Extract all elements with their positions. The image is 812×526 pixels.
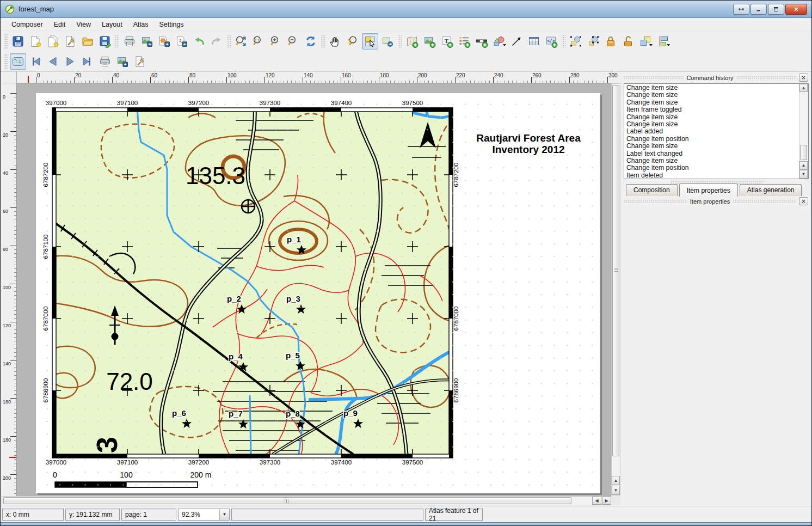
atlas-toolbar bbox=[1, 51, 811, 72]
print-atlas-button[interactable] bbox=[97, 53, 113, 70]
add-image-button[interactable] bbox=[421, 33, 438, 50]
group-items-button[interactable] bbox=[568, 33, 584, 50]
zoom-tool-button[interactable] bbox=[345, 33, 361, 50]
previous-feature-button[interactable] bbox=[45, 53, 61, 70]
titlebar[interactable]: forest_map bbox=[1, 1, 811, 18]
history-item[interactable]: Label added bbox=[625, 128, 798, 135]
load-from-template-button[interactable] bbox=[79, 33, 96, 50]
export-as-pdf-button[interactable] bbox=[174, 33, 190, 50]
history-item[interactable]: Change item position bbox=[625, 136, 798, 143]
add-scalebar-button[interactable] bbox=[473, 33, 490, 50]
last-feature-button[interactable] bbox=[79, 53, 96, 70]
toolbar-grip bbox=[4, 34, 8, 48]
zoom-level-combo[interactable]: 92.3% ▼ bbox=[178, 509, 230, 521]
add-label-button[interactable]: T bbox=[439, 33, 455, 50]
scroll-right-button[interactable]: ▶ bbox=[602, 497, 611, 505]
composition-manager-button[interactable] bbox=[62, 33, 78, 50]
tab-composition[interactable]: Composition bbox=[626, 184, 678, 196]
history-item[interactable]: Change item size bbox=[625, 157, 798, 164]
print-button[interactable] bbox=[121, 33, 138, 50]
lock-items-button[interactable] bbox=[602, 33, 619, 50]
toolbar-separator bbox=[562, 34, 565, 48]
grid-coordinate-label: 6787200 bbox=[42, 163, 49, 187]
redo-button[interactable] bbox=[208, 33, 225, 50]
save-as-template-button[interactable] bbox=[97, 33, 113, 50]
add-attribute-table-button[interactable] bbox=[526, 33, 542, 50]
history-item[interactable]: Change item size bbox=[625, 143, 798, 150]
undo-button[interactable] bbox=[191, 33, 207, 50]
history-scrollbar-thumb[interactable] bbox=[800, 145, 807, 160]
zoom-combo-dropdown-button[interactable]: ▼ bbox=[219, 509, 229, 520]
export-as-svg-button[interactable] bbox=[156, 33, 173, 50]
zoom-in-button[interactable] bbox=[268, 33, 284, 50]
ungroup-items-button[interactable] bbox=[585, 33, 601, 50]
history-item[interactable]: Item frame toggled bbox=[625, 106, 798, 113]
raise-items-button[interactable] bbox=[637, 33, 654, 50]
composition-canvas[interactable]: 135.3 72.0 3 3970 bbox=[17, 83, 611, 496]
history-scroll-up-button[interactable]: ▲ bbox=[799, 84, 808, 92]
export-atlas-as-image-button[interactable] bbox=[114, 53, 131, 70]
history-item[interactable]: Change item size bbox=[625, 114, 798, 121]
vertical-scrollbar-thumb[interactable] bbox=[612, 85, 619, 456]
map-title-item[interactable]: Rautjarvi Forest Area Inventory 2012 bbox=[436, 132, 611, 155]
menu-edit[interactable]: Edit bbox=[48, 19, 71, 30]
command-history-dock-title[interactable]: Command history bbox=[622, 72, 810, 83]
history-item[interactable]: Change item position bbox=[625, 164, 798, 172]
command-history-close-button[interactable] bbox=[799, 74, 808, 82]
add-shape-button[interactable] bbox=[491, 33, 507, 50]
item-properties-dock-title[interactable]: Item properties bbox=[622, 196, 810, 206]
minimize-button[interactable] bbox=[751, 4, 767, 15]
align-items-button[interactable] bbox=[655, 33, 671, 50]
scroll-left-button[interactable]: ◀ bbox=[592, 497, 601, 505]
preview-atlas-button[interactable] bbox=[10, 53, 26, 70]
maximize-button[interactable] bbox=[768, 4, 784, 15]
ruler-number: 140 bbox=[304, 72, 313, 78]
first-feature-button[interactable] bbox=[27, 53, 44, 70]
close-button[interactable] bbox=[785, 4, 807, 15]
select-move-item-button[interactable] bbox=[362, 33, 378, 50]
menu-layout[interactable]: Layout bbox=[96, 19, 128, 30]
window-arrange-button[interactable] bbox=[733, 4, 749, 15]
history-scroll-down-button[interactable]: ▼ bbox=[799, 170, 808, 179]
zoom-out-button[interactable] bbox=[285, 33, 302, 50]
command-history-list[interactable]: Change item sizeChange item sizeChange i… bbox=[624, 83, 809, 179]
new-composition-button[interactable] bbox=[27, 33, 44, 50]
atlas-settings-button[interactable] bbox=[132, 53, 148, 70]
canvas-horizontal-scrollbar[interactable]: ◀ ▶ bbox=[2, 496, 611, 505]
history-scroll-up2-button[interactable]: ▲ bbox=[799, 161, 808, 170]
zoom-100-button[interactable]: 1:1 bbox=[250, 33, 267, 50]
command-history-scrollbar[interactable]: ▲ ▲ ▼ bbox=[799, 84, 808, 179]
scroll-down-button[interactable]: ▼ bbox=[612, 486, 620, 495]
menu-settings[interactable]: Settings bbox=[153, 19, 189, 30]
item-properties-close-button[interactable] bbox=[799, 197, 808, 205]
add-legend-button[interactable] bbox=[456, 33, 472, 50]
history-item[interactable]: Change item size bbox=[625, 84, 798, 91]
add-html-frame-button[interactable]: </> bbox=[543, 33, 559, 50]
history-item[interactable]: Item deleted bbox=[625, 172, 798, 179]
history-item[interactable]: Label text changed bbox=[625, 150, 798, 157]
move-item-content-button[interactable] bbox=[379, 33, 396, 50]
pan-button[interactable] bbox=[327, 33, 343, 50]
horizontal-scrollbar-thumb[interactable] bbox=[3, 497, 571, 504]
duplicate-composition-button[interactable] bbox=[45, 33, 61, 50]
menu-composer[interactable]: Composer bbox=[6, 19, 48, 30]
composition-page[interactable]: 135.3 72.0 3 3970 bbox=[36, 93, 600, 493]
add-new-map-button[interactable] bbox=[404, 33, 420, 50]
next-feature-button[interactable] bbox=[62, 53, 78, 70]
add-arrow-button[interactable] bbox=[508, 33, 525, 50]
scroll-up-button[interactable]: ▲ bbox=[612, 476, 620, 485]
history-item[interactable]: Change item size bbox=[625, 99, 798, 106]
menu-view[interactable]: View bbox=[71, 19, 96, 30]
save-project-button[interactable] bbox=[10, 33, 26, 50]
scalebar-item[interactable]: 0 100 200 m bbox=[53, 470, 211, 487]
menu-atlas[interactable]: Atlas bbox=[128, 19, 154, 30]
unlock-items-button[interactable] bbox=[620, 33, 636, 50]
zoom-full-button[interactable] bbox=[233, 33, 249, 50]
history-item[interactable]: Change item size bbox=[625, 91, 798, 99]
tab-item-properties[interactable]: Item properties bbox=[679, 184, 738, 197]
refresh-view-button[interactable] bbox=[303, 33, 319, 50]
tab-atlas-generation[interactable]: Atlas generation bbox=[740, 184, 802, 196]
history-item[interactable]: Change item size bbox=[625, 121, 798, 128]
canvas-vertical-scrollbar[interactable]: ▲ ▼ bbox=[611, 83, 620, 496]
export-as-image-button[interactable] bbox=[139, 33, 155, 50]
